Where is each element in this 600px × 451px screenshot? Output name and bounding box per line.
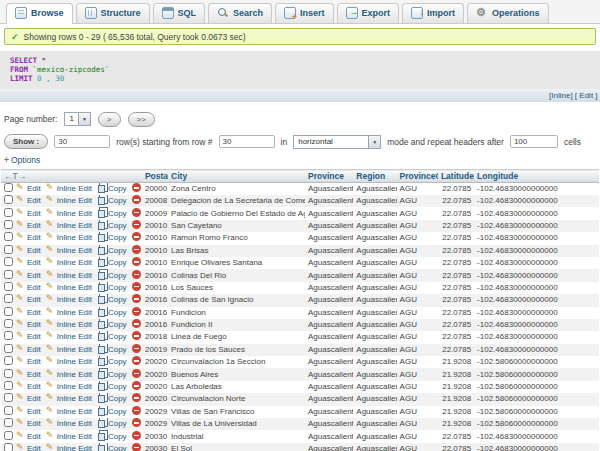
inline-edit-link[interactable]: Inline Edit <box>46 196 92 205</box>
inline-edit-link[interactable]: Inline Edit <box>46 407 92 416</box>
row-checkbox[interactable] <box>4 183 13 192</box>
copy-link[interactable]: Copy <box>97 394 127 403</box>
copy-link[interactable]: Copy <box>97 209 127 218</box>
edit-link[interactable]: Edit <box>16 320 41 329</box>
inline-edit-link[interactable]: Inline Edit <box>46 419 92 428</box>
edit-link[interactable]: Edit <box>16 295 41 304</box>
column-header-region[interactable]: Region <box>353 170 396 183</box>
row-checkbox[interactable] <box>4 418 13 427</box>
edit-link[interactable]: Edit <box>16 308 41 317</box>
inline-edit-link[interactable]: Inline Edit <box>46 221 92 230</box>
tab-browse[interactable]: Browse <box>6 3 73 24</box>
delete-link[interactable]: Delete <box>132 345 142 354</box>
row-checkbox[interactable] <box>4 381 13 390</box>
inline-edit-link[interactable]: Inline Edit <box>46 444 92 451</box>
copy-link[interactable]: Copy <box>97 382 127 391</box>
row-checkbox[interactable] <box>4 245 13 254</box>
column-header-postalcode[interactable]: PostalCode <box>142 170 168 183</box>
inline-edit-link[interactable]: Inline Edit <box>46 295 92 304</box>
inline-edit-link[interactable]: Inline Edit <box>46 332 92 341</box>
rows-count-input[interactable] <box>54 135 110 148</box>
edit-link[interactable]: Edit <box>16 332 41 341</box>
copy-link[interactable]: Copy <box>97 419 127 428</box>
tab-insert[interactable]: Insert <box>275 3 334 23</box>
tab-export[interactable]: Export <box>337 3 400 23</box>
copy-link[interactable]: Copy <box>97 308 127 317</box>
tab-search[interactable]: Search <box>208 3 272 23</box>
inline-edit-link[interactable]: Inline Edit <box>46 432 92 441</box>
row-checkbox[interactable] <box>4 195 13 204</box>
show-button[interactable]: Show : <box>4 134 48 149</box>
delete-link[interactable]: Delete <box>132 221 142 230</box>
delete-link[interactable]: Delete <box>132 246 142 255</box>
row-checkbox[interactable] <box>4 220 13 229</box>
edit-link[interactable]: Edit <box>16 209 41 218</box>
copy-link[interactable]: Copy <box>97 271 127 280</box>
row-checkbox[interactable] <box>4 431 13 440</box>
mode-select[interactable]: horizontal ▼ <box>293 135 381 149</box>
copy-link[interactable]: Copy <box>97 370 127 379</box>
edit-link[interactable]: Edit <box>16 196 41 205</box>
edit-link[interactable]: Edit <box>16 271 41 280</box>
edit-link[interactable]: Edit <box>16 394 41 403</box>
delete-link[interactable]: Delete <box>132 196 142 205</box>
edit-link[interactable]: Edit <box>16 432 41 441</box>
inline-edit-link[interactable]: Inline Edit <box>46 184 92 193</box>
edit-link[interactable]: Edit <box>16 357 41 366</box>
tab-import[interactable]: Import <box>402 3 464 23</box>
header-corner[interactable]: ←T→ <box>1 170 142 183</box>
column-header-provincecode[interactable]: ProvinceCode <box>397 170 438 183</box>
copy-link[interactable]: Copy <box>97 258 127 267</box>
inline-edit-link[interactable]: Inline Edit <box>46 233 92 242</box>
inline-edit-link[interactable]: Inline Edit <box>46 258 92 267</box>
inline-edit-link[interactable]: Inline Edit <box>46 357 92 366</box>
delete-link[interactable]: Delete <box>132 184 142 193</box>
edit-link[interactable]: Edit <box>16 233 41 242</box>
options-toggle[interactable]: +Options <box>4 155 596 165</box>
row-checkbox[interactable] <box>4 307 13 316</box>
copy-link[interactable]: Copy <box>97 345 127 354</box>
inline-edit-link[interactable]: Inline Edit <box>46 345 92 354</box>
copy-link[interactable]: Copy <box>97 221 127 230</box>
delete-link[interactable]: Delete <box>132 444 142 451</box>
row-checkbox[interactable] <box>4 393 13 402</box>
copy-link[interactable]: Copy <box>97 407 127 416</box>
edit-link[interactable]: Edit <box>16 444 41 451</box>
next-page-button[interactable]: > <box>98 112 121 127</box>
row-checkbox[interactable] <box>4 356 13 365</box>
copy-link[interactable]: Copy <box>97 295 127 304</box>
copy-link[interactable]: Copy <box>97 196 127 205</box>
delete-link[interactable]: Delete <box>132 394 142 403</box>
inline-edit-link[interactable]: Inline Edit <box>46 209 92 218</box>
edit-link[interactable]: Edit <box>16 258 41 267</box>
column-header-province[interactable]: Province <box>305 170 353 183</box>
inline-edit-link[interactable]: Inline Edit <box>46 308 92 317</box>
delete-link[interactable]: Delete <box>132 295 142 304</box>
copy-link[interactable]: Copy <box>97 233 127 242</box>
last-page-button[interactable]: >> <box>128 112 155 127</box>
column-header-latitude[interactable]: Latitude <box>438 170 474 183</box>
delete-link[interactable]: Delete <box>132 283 142 292</box>
row-checkbox[interactable] <box>4 282 13 291</box>
edit-link[interactable]: Edit <box>16 382 41 391</box>
sql-edit-links[interactable]: [Inline] [ Edit ] [ <box>549 91 600 100</box>
row-checkbox[interactable] <box>4 406 13 415</box>
row-checkbox[interactable] <box>4 369 13 378</box>
edit-link[interactable]: Edit <box>16 184 41 193</box>
row-checkbox[interactable] <box>4 232 13 241</box>
inline-edit-link[interactable]: Inline Edit <box>46 370 92 379</box>
edit-link[interactable]: Edit <box>16 246 41 255</box>
tab-sql[interactable]: SQL <box>153 3 206 23</box>
row-checkbox[interactable] <box>4 294 13 303</box>
tab-structure[interactable]: Structure <box>76 3 150 23</box>
delete-link[interactable]: Delete <box>132 258 142 267</box>
copy-link[interactable]: Copy <box>97 320 127 329</box>
tab-operations[interactable]: Operations <box>467 3 549 23</box>
delete-link[interactable]: Delete <box>132 332 142 341</box>
row-checkbox[interactable] <box>4 257 13 266</box>
delete-link[interactable]: Delete <box>132 233 142 242</box>
delete-link[interactable]: Delete <box>132 382 142 391</box>
edit-link[interactable]: Edit <box>16 221 41 230</box>
edit-link[interactable]: Edit <box>16 419 41 428</box>
inline-edit-link[interactable]: Inline Edit <box>46 394 92 403</box>
